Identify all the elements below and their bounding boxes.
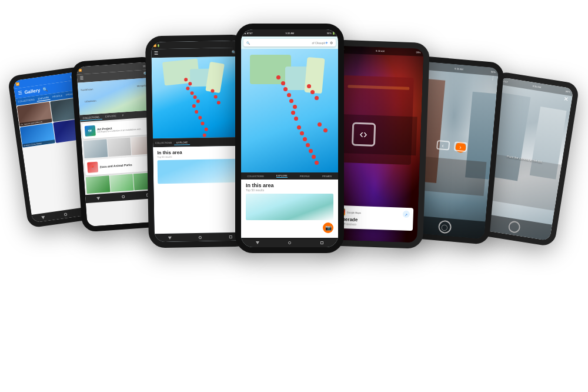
home-button-2[interactable]: [122, 195, 125, 198]
status-batt-5: 99%: [416, 51, 420, 54]
street-home-btn[interactable]: ◯: [437, 220, 452, 234]
zoo-icon: 📍: [87, 162, 98, 173]
big-pin-2: [281, 81, 285, 85]
ar-home-btn[interactable]: [507, 220, 521, 234]
ar-status: AT&T 9:30 AM 96%: [499, 77, 573, 97]
gallery-title: Gallery: [24, 88, 41, 95]
search-bar-4[interactable]: 🔍 of Okaspit ✈ ⚙: [243, 39, 336, 46]
tab-collections-2[interactable]: COLLECTIONS: [80, 115, 103, 121]
tab-explore-4[interactable]: EXPLORE: [276, 174, 288, 178]
recents-button-3[interactable]: [229, 235, 232, 238]
phones-container: 📶 10:49 Gallery COLLECTIONS EXPLORE PROF…: [0, 0, 588, 392]
tab-collections-3[interactable]: COLLECTIONS: [153, 141, 174, 146]
big-pin-13: [300, 131, 304, 135]
back-button-4[interactable]: [256, 241, 259, 244]
search-icon-1[interactable]: [42, 87, 48, 92]
big-pin-11: [315, 96, 319, 100]
in-this-area-4: In this area Top 50 results 📷: [241, 180, 338, 238]
zoo-img-1[interactable]: [86, 175, 111, 194]
ar-close-button[interactable]: ✕: [563, 95, 569, 102]
status-icons-4: ▲ AT&T: [244, 32, 253, 35]
ar-status-batt: 96%: [565, 89, 570, 93]
top-results-4: Top 50 results: [246, 188, 333, 192]
big-pin-20: [323, 128, 328, 132]
share-icon[interactable]: ↗: [403, 211, 410, 218]
map-pin-15: [203, 134, 206, 137]
map-pin-7: [192, 104, 196, 108]
map-full-3[interactable]: [152, 57, 244, 139]
map-pin-11: [211, 89, 214, 93]
nav-arrow[interactable]: ‹›: [351, 122, 375, 146]
status-time-4: 9:30 AM: [285, 32, 294, 35]
big-pin-14: [303, 137, 307, 141]
status-icons-2: 📶: [79, 69, 82, 72]
map-pin-13: [217, 101, 220, 104]
status-icons-3: 📶 🔋: [153, 44, 160, 47]
camera-fab-4[interactable]: 📷: [323, 222, 333, 233]
zoo-img-2[interactable]: [109, 174, 134, 192]
big-pin-17: [312, 155, 316, 159]
in-this-area-title-4: In this area: [246, 182, 333, 188]
art-card-text: Art Project Art Project is a collection …: [97, 124, 151, 133]
big-pin-1: [276, 75, 280, 79]
back-button-3[interactable]: [168, 236, 172, 239]
tab-collections-4[interactable]: COLLECTIONS: [248, 175, 264, 178]
gallery-item-3[interactable]: Southern Cross Station: [20, 122, 55, 147]
in-this-area-3: In this area Top 50 results: [153, 146, 246, 234]
art-img-2[interactable]: [107, 138, 132, 157]
menu-icon-1[interactable]: [18, 90, 22, 96]
big-pin-19: [318, 122, 322, 127]
back-button-2[interactable]: [96, 197, 100, 200]
big-pin-3: [283, 87, 288, 91]
restaurant-card[interactable]: Google Maps ↗ Piperade San Francisco: [334, 205, 413, 231]
art-project-icon: 🗺: [85, 125, 96, 137]
nav-left[interactable]: ‹: [436, 140, 449, 151]
zoo-card-text: Zoos and Animal Parks: [99, 161, 153, 168]
bottom-tabs-4: COLLECTIONS EXPLORE PROFILE PRIVATE: [241, 172, 338, 180]
big-map-4[interactable]: [241, 49, 338, 172]
recents-button-4[interactable]: [320, 241, 323, 244]
app-source: Google Maps: [347, 211, 361, 214]
map-pin-8: [195, 110, 198, 114]
tab-explore-3[interactable]: EXPLORE: [174, 140, 190, 145]
map-label-mongolia: Mongolia: [137, 84, 147, 88]
map-pin-10: [201, 122, 204, 125]
home-button-1[interactable]: [64, 212, 68, 216]
area-preview-4: [246, 194, 333, 220]
nav-icon-4[interactable]: ✈: [325, 41, 328, 45]
tab-p-2[interactable]: P: [119, 113, 127, 118]
art-img-1[interactable]: [83, 139, 108, 158]
map-pin-6: [196, 99, 200, 103]
tab-profile-1[interactable]: PROFILE: [51, 93, 64, 99]
tab-explore-2[interactable]: EXPLORE: [102, 114, 119, 119]
top-results-3: Top 50 results: [157, 154, 240, 158]
map-pin-2: [188, 82, 192, 85]
screen-map2: ▲ AT&T 9:30 AM 96% 🔋 🔍 of Okaspit ✈ ⚙: [241, 29, 338, 247]
back-button-1[interactable]: [41, 215, 45, 219]
menu-icon-2[interactable]: [80, 76, 84, 81]
big-pin-10: [310, 90, 315, 94]
tab-profile-4[interactable]: PROFILE: [300, 175, 310, 178]
tab-private-4[interactable]: PRIVATE: [322, 175, 332, 178]
home-button-4[interactable]: [288, 241, 291, 244]
search-nearby-4: of Okaspit: [312, 41, 325, 45]
street-status-batt: 96%: [491, 70, 496, 74]
map-pin-3: [186, 87, 189, 90]
big-pin-7: [291, 111, 295, 115]
more-options-icon[interactable]: ⋮: [490, 75, 496, 81]
art-grid: 59: [83, 136, 155, 158]
big-pin-16: [309, 149, 313, 153]
area-preview-3: [158, 159, 241, 184]
map-label-uzbekistan: Uzbekistan: [85, 99, 96, 103]
nav-right[interactable]: ›: [453, 142, 467, 152]
settings-icon-4[interactable]: ⚙: [330, 41, 333, 45]
map-pin-9: [198, 116, 202, 119]
status-time-5: 9:30 AM: [376, 49, 385, 53]
home-button-3[interactable]: [199, 235, 202, 238]
menu-icon-3[interactable]: [154, 51, 158, 56]
map-pin-14: [205, 128, 208, 131]
big-pin-9: [307, 84, 311, 88]
map-pin-12: [214, 95, 218, 98]
big-pin-4: [287, 93, 291, 97]
map-pin-5: [193, 95, 197, 99]
